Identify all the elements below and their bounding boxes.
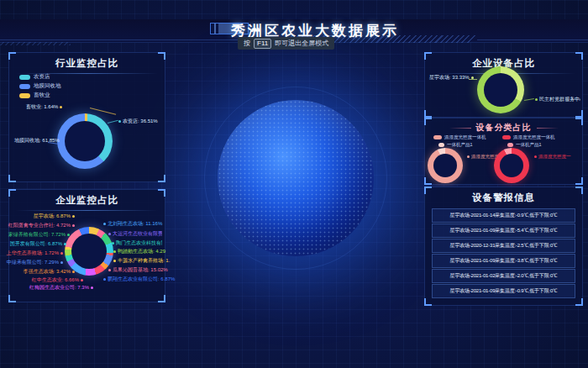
dashboard-stage: 秀洲区农业大数据展示 按 F11 即可退出全屏模式 行业监控占比 农资店 地膜回… [0, 0, 588, 368]
legend-item[interactable]: 畜牧业 [19, 92, 50, 99]
callout-text: 国开发有限公司: 6.87% [10, 240, 62, 248]
callout-dot [103, 223, 106, 225]
chart-callout: 家绿养殖有限公司: 7.72% [8, 231, 70, 239]
callout-text: 北刘翔生态农场: 11.16% [108, 220, 162, 228]
alarm-row: 星宇农场-2021-01-14采集温度:-0.9℃,低于下限:0℃ [432, 208, 575, 223]
chart-callout: 大运河生态牧业有限责任公 [108, 230, 162, 238]
callout-text: 瓜果沁园音基地: 15.02% [113, 266, 168, 274]
legend-label: 一体机产品1 [516, 142, 542, 148]
legend-label: 畜牧业 [34, 92, 50, 99]
corner-decoration [8, 175, 16, 182]
header-hatch-decoration [0, 42, 71, 45]
corner-decoration [8, 295, 16, 302]
legend-swatch [19, 75, 30, 80]
chart-callout: 地膜回收地: 61.85% [14, 137, 64, 145]
corner-decoration [575, 177, 583, 185]
alarm-row: 星宇农场-2021-01-02采集温度:-2.0℃,低于下限:0℃ [432, 269, 575, 283]
globe-dots-texture [218, 100, 374, 256]
callout-dot [113, 250, 116, 253]
legend-swatch [19, 93, 30, 98]
callout-text: 李强生态农场: 3.42% [24, 268, 71, 276]
legend-label: 温湿度光照度一体机 [444, 134, 486, 140]
device-class-left-donut[interactable] [428, 148, 463, 183]
callout-text: 家绿养殖有限公司: 7.72% [8, 231, 66, 239]
legend-item[interactable]: 温湿度光照度一体机 [433, 134, 486, 140]
panel-device-classification: 设备分类占比 温湿度光照度一体机 一体机产品1 温湿度光照度一 温湿度光照度一体… [424, 118, 583, 185]
chart-callout: 北刘翔生态农场: 11.16% [103, 220, 162, 228]
callout-dot [108, 233, 111, 235]
callout-line [524, 98, 534, 101]
panel-title: 设备分类占比 [425, 118, 582, 134]
callout-text: 星宇农场: 6.87% [34, 213, 71, 220]
device-class-right-donut[interactable] [494, 148, 529, 183]
legend-item[interactable]: 温湿度光照度一体机 [502, 134, 555, 140]
callout-dot [112, 242, 114, 244]
alarm-row: 星宇农场-2021-01-09采集温度:-3.8℃,低于下限:0℃ [432, 254, 575, 268]
corner-decoration [575, 298, 583, 306]
legend-item[interactable]: 农资店 [19, 73, 50, 81]
callout-text: 温湿度光照度一 [538, 154, 571, 160]
callout-dot [467, 155, 470, 158]
donut-hole [433, 154, 457, 177]
chart-callout: 红中生态农业: 6.66% [32, 276, 83, 284]
callout-text: 星宇农场: 33.33% [429, 74, 470, 81]
fullscreen-hint: 按 F11 即可退出全屏模式 [238, 37, 334, 50]
callout-dot [113, 260, 116, 262]
panel-title: 设备警报信息 [425, 187, 582, 204]
callout-dot [118, 120, 121, 123]
legend-swatch [433, 135, 442, 139]
legend-label: 农资店 [34, 73, 50, 81]
panel-industry-monitoring: 行业监控占比 农资店 地膜回收地 畜牧业 畜牧业: 1.64% 农资店: 36.… [8, 52, 165, 182]
alarm-row: 星宇农场-2020-12-31采集温度:-2.5℃,低于下限:0℃ [432, 239, 575, 253]
corner-decoration [158, 295, 165, 302]
title-divider [16, 210, 158, 211]
corner-decoration [575, 110, 583, 118]
globe-visualization [218, 100, 374, 256]
callout-dot [534, 155, 537, 158]
callout-dot [81, 279, 83, 281]
callout-text: 丰源水产种禽养殖场: 1. [118, 257, 170, 265]
legend-swatch [19, 84, 30, 89]
callout-text: 鸭踏鹅生态农场: 4.29 [118, 248, 165, 255]
header-line-decoration [477, 39, 588, 40]
donut-hole [71, 234, 107, 269]
legend-item[interactable]: 一体机产品1 [438, 142, 473, 148]
legend-item[interactable]: 一体机产品1 [507, 142, 542, 148]
callout-text: 上华生态养殖场: 1.72% [7, 250, 59, 257]
donut-hole [484, 73, 517, 107]
chart-callout: 红梅园生态农业公司: 7.3% [29, 284, 93, 292]
chart-callout: 上华生态养殖场: 1.72% [7, 250, 63, 257]
chart-callout: 国开发有限公司: 6.87% [10, 240, 66, 248]
callout-dot [67, 234, 70, 236]
callout-dot [64, 243, 66, 245]
callout-dot [72, 215, 75, 218]
chart-callout: 红阳蛋禽专业合作社: 4.72% [8, 222, 75, 229]
callout-text: 红梅园生态农业公司: 7.3% [29, 284, 89, 292]
industry-donut-chart[interactable] [57, 113, 113, 169]
callout-text: 农资店: 36.51% [123, 118, 158, 125]
title-line-decoration [449, 128, 471, 129]
chart-callout: 民主村党群服务中心: [535, 96, 580, 103]
chart-callout: 鸭踏鹅生态农场: 4.29 [113, 248, 165, 255]
chart-callout: 温湿度光照度一 [534, 154, 571, 160]
callout-text: 地膜回收地: 61.85% [14, 137, 60, 145]
chart-callout: 鹏翔生态农业有限公司: 6.87% [103, 276, 175, 283]
panel-equipment-ratio: 企业设备占比 星宇农场: 33.33% 民主村党群服务中心: [424, 52, 583, 118]
donut-hole [65, 121, 105, 161]
chart-callout: 陶门生态农业科技有限公 [112, 239, 162, 247]
callout-dot [61, 139, 64, 142]
donut-hole [500, 154, 523, 177]
callout-dot [471, 76, 474, 79]
callout-dot [108, 269, 111, 271]
legend-swatch [507, 143, 513, 147]
legend-item[interactable]: 地膜回收地 [19, 82, 61, 90]
chart-callout: 畜牧业: 1.64% [26, 103, 62, 111]
legend-label: 温湿度光照度一体机 [513, 134, 555, 140]
panel-title: 行业监控占比 [9, 53, 165, 70]
corner-decoration [424, 110, 432, 118]
callout-dot [91, 287, 93, 289]
callout-text: 大运河生态牧业有限责任公 [113, 230, 162, 238]
callout-line [90, 108, 116, 115]
callout-line [108, 120, 118, 124]
equipment-donut-chart[interactable] [477, 66, 524, 113]
